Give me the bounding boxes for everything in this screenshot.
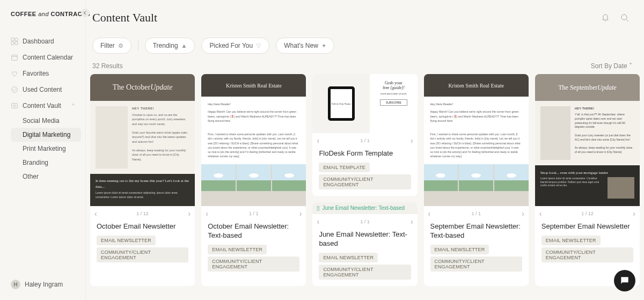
card-tags: EMAIL NEWSLETTER COMMUNITY/CLIENT ENGAGE… [535,236,640,269]
tag[interactable]: COMMUNITY/CLIENT ENGAGEMENT [430,257,522,272]
bell-icon[interactable] [601,13,610,22]
content-grid: The October Update HEY THERE! October is… [86,74,644,300]
card-october-text[interactable]: Kristen Smith Real Estate Hey there Read… [201,74,306,286]
card-title: FloDesk Form Template [312,148,417,163]
carousel-controls: ‹ 1 / 1 › [312,133,417,148]
card-title: October Email Newsletter [90,221,195,236]
tag[interactable]: EMAIL TEMPLATE [319,163,370,172]
chat-button[interactable] [614,270,635,291]
tag[interactable]: EMAIL NEWSLETTER [541,236,601,245]
card-thumbnail: Kristen Smith Real Estate Hey there Read… [201,74,306,206]
sidebar: COFFEE and CONTRACTS Dashboard Content C… [0,0,86,300]
svg-rect-4 [12,55,18,61]
user-profile[interactable]: H Haley Ingram [4,276,81,292]
carousel-next[interactable]: › [299,209,302,218]
carousel-next[interactable]: › [411,217,413,226]
svg-rect-7 [12,104,18,108]
flame-icon: ▲ [181,42,187,49]
carousel-page: 1 / 12 [136,211,149,216]
sidebar-nav: Dashboard Content Calendar Favorites Use… [4,33,81,184]
filter-button[interactable]: Filter ⚙ [92,38,131,54]
svg-rect-1 [15,38,18,41]
tag[interactable]: EMAIL NEWSLETTER [319,253,378,262]
thumb-banner: The October Update [90,74,195,101]
card-tags: EMAIL TEMPLATE COMMUNITY/CLIENT ENGAGEME… [312,163,417,196]
carousel-prev[interactable]: ‹ [206,209,208,218]
carousel-prev[interactable]: ‹ [539,209,542,218]
tag[interactable]: EMAIL NEWSLETTER [208,245,267,254]
nav-content-vault[interactable]: Content Vault ˄ [4,98,81,114]
dashboard-icon [11,38,18,45]
card-june-text[interactable]: ▯ June Email Newsletter: Text-based ‹ 1 … [312,202,417,286]
carousel-prev[interactable]: ‹ [94,209,97,218]
card-flodesk[interactable]: Fall in City Name Grab yourfree [guide]!… [312,74,417,196]
carousel-controls: ‹ 1 / 1 › [201,206,306,221]
tag[interactable]: EMAIL NEWSLETTER [97,236,156,245]
tag[interactable]: COMMUNITY/CLIENT ENGAGEMENT [97,247,188,262]
nav-print-marketing[interactable]: Print Marketing [11,142,81,156]
carousel-next[interactable]: › [522,209,524,218]
results-count: 32 Results [92,62,123,70]
svg-rect-3 [15,42,18,45]
card-september-newsletter[interactable]: The September Update HEY THERE! Y'all, i… [535,74,640,286]
carousel-prev[interactable]: ‹ [317,217,319,226]
check-circle-icon [11,86,18,93]
card-stack: Fall in City Name Grab yourfree [guide]!… [312,74,417,286]
card-title: June Email Newsletter: Text-based [312,229,417,253]
sort-dropdown[interactable]: Sort By Date ˅ [591,62,632,70]
carousel-prev[interactable]: ‹ [428,209,431,218]
picked-pill[interactable]: Picked For You ♡ [201,38,269,54]
heart-icon: ♡ [256,42,261,49]
card-thumbnail: The October Update HEY THERE! October is… [90,74,195,206]
chevron-down-icon: ˅ [629,62,632,70]
chevron-up-icon: ˄ [72,103,75,109]
card-tags: EMAIL NEWSLETTER COMMUNITY/CLIENT ENGAGE… [424,245,529,278]
carousel-controls: ‹ 1 / 1 › [424,206,529,221]
header: Content Vault [86,0,644,29]
whatsnew-pill[interactable]: What's New ✦ [276,38,334,54]
nav-branding[interactable]: Branding [11,156,81,170]
page-title: Content Vault [92,11,157,25]
calendar-icon [11,54,18,61]
trending-pill[interactable]: Trending ▲ [145,38,195,54]
tag[interactable]: COMMUNITY/CLIENT ENGAGEMENT [319,265,411,280]
nav-favorites[interactable]: Favorites [4,65,81,82]
card-october-newsletter[interactable]: The October Update HEY THERE! October is… [90,74,195,286]
tag[interactable]: COMMUNITY/CLIENT ENGAGEMENT [319,174,411,189]
thumb-photo [540,106,570,160]
carousel-page: 1 / 1 [249,211,259,216]
carousel-page: 1 / 12 [581,211,594,216]
svg-line-11 [626,19,628,21]
nav-content-calendar[interactable]: Content Calendar [4,49,81,65]
carousel-next[interactable]: › [411,136,413,145]
nav-other[interactable]: Other [11,170,81,184]
carousel-next[interactable]: › [188,209,191,218]
sidebar-collapse-button[interactable] [81,9,90,17]
tag[interactable]: COMMUNITY/CLIENT ENGAGEMENT [541,247,633,262]
header-actions [601,13,629,22]
search-icon[interactable] [620,13,629,22]
card-september-text[interactable]: Kristen Smith Real Estate Hey there Read… [424,74,529,286]
nav-used-content[interactable]: Used Content [4,82,81,98]
nav-digital-marketing[interactable]: Digital Marketing [11,128,81,142]
card-thumbnail: Kristen Smith Real Estate Hey there Read… [424,74,529,206]
nav-social-media[interactable]: Social Media [11,114,81,128]
chat-icon [619,275,630,286]
thumb-photo [96,106,128,169]
brand-logo[interactable]: COFFEE and CONTRACTS [4,11,81,25]
card-tags: EMAIL NEWSLETTER COMMUNITY/CLIENT ENGAGE… [312,253,417,286]
filter-bar: Filter ⚙ Trending ▲ Picked For You ♡ Wha… [86,29,644,58]
results-row: 32 Results Sort By Date ˅ [86,58,644,74]
card-thumbnail: The September Update HEY THERE! Y'all, i… [535,74,640,206]
avatar: H [11,280,20,289]
card-thumbnail: Fall in City Name Grab yourfree [guide]!… [312,74,417,133]
sparkle-icon: ✦ [321,42,326,49]
carousel-page: 1 / 1 [360,138,370,143]
tag[interactable]: COMMUNITY/CLIENT ENGAGEMENT [208,257,299,272]
carousel-next[interactable]: › [633,209,635,218]
tag[interactable]: EMAIL NEWSLETTER [430,245,489,254]
nav-dashboard[interactable]: Dashboard [4,33,81,49]
carousel-controls: ‹ 1 / 12 › [90,206,195,221]
carousel-prev[interactable]: ‹ [317,136,319,145]
carousel-page: 1 / 1 [360,219,370,224]
